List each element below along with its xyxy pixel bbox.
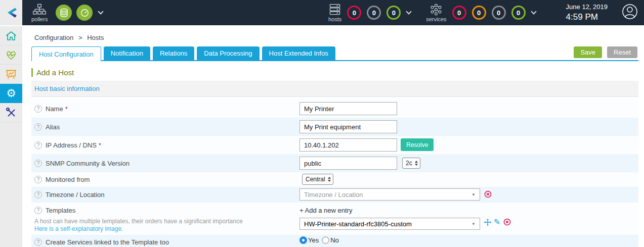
page-title-text: Add a Host: [36, 68, 74, 77]
monitored-from-label: Monitored from: [46, 176, 90, 183]
alias-input[interactable]: [299, 120, 397, 133]
tab-relations[interactable]: Relations: [153, 46, 194, 60]
row-ip-address: ? IP Address / DNS * Resolve: [31, 136, 638, 154]
tab-bar: Host Configuration Notification Relation…: [31, 46, 335, 61]
required-mark: *: [65, 105, 68, 113]
timezone-select[interactable]: Timezone / Location ▼: [299, 188, 480, 201]
monitored-from-value: Central: [306, 176, 325, 183]
sidebar: ⚙: [0, 26, 22, 247]
template-value: HW-Printer-standard-rfc3805-custom: [304, 220, 468, 228]
help-icon[interactable]: ?: [34, 176, 42, 183]
create-services-label: Create Services linked to the Template t…: [46, 238, 169, 246]
sidebar-item-administration[interactable]: [0, 103, 22, 122]
save-button[interactable]: Save: [574, 46, 602, 58]
resolve-button[interactable]: Resolve: [401, 138, 434, 151]
app-root: pollers: [0, 0, 644, 247]
row-monitored-from: ? Monitored from Central: [31, 172, 638, 187]
row-templates: ? Templates A host can have multiple tem…: [31, 203, 638, 235]
name-input[interactable]: [299, 102, 397, 115]
home-icon: [5, 30, 17, 42]
tab-notification[interactable]: Notification: [104, 46, 150, 60]
template-move-icon[interactable]: [484, 218, 492, 228]
services-warning-count[interactable]: 0: [472, 6, 486, 20]
sidebar-item-monitoring[interactable]: [0, 45, 22, 65]
ip-input[interactable]: [299, 138, 397, 152]
template-delete-icon[interactable]: [503, 218, 511, 228]
tools-icon: [5, 107, 17, 119]
help-icon[interactable]: ?: [34, 105, 42, 113]
required-mark: *: [99, 141, 101, 149]
snmp-version-select[interactable]: 2c: [402, 158, 420, 169]
create-services-yes-radio[interactable]: [299, 236, 307, 244]
tab-data-processing[interactable]: Data Processing: [197, 46, 259, 60]
snmp-label: SNMP Community & Version: [46, 160, 130, 167]
help-icon[interactable]: ?: [34, 191, 42, 199]
template-edit-pencil-icon[interactable]: ✎: [494, 217, 500, 227]
create-services-yes-label[interactable]: Yes: [308, 236, 319, 244]
sidebar-item-home[interactable]: [0, 26, 22, 45]
page-title: Add a Host: [31, 68, 74, 77]
centreon-logo-icon: [4, 6, 18, 20]
pollers-menu[interactable]: pollers: [31, 4, 48, 22]
timezone-clear-icon[interactable]: [484, 190, 492, 200]
row-alias: ? Alias: [31, 118, 638, 136]
template-select[interactable]: HW-Printer-standard-rfc3805-custom ▼: [299, 218, 480, 230]
services-ok-count[interactable]: 0: [511, 6, 526, 20]
sidebar-item-configuration[interactable]: ⚙: [0, 84, 22, 103]
database-icon: [59, 8, 69, 18]
help-icon[interactable]: ?: [34, 207, 42, 214]
services-menu[interactable]: services: [426, 4, 446, 22]
centreon-logo[interactable]: [0, 0, 22, 25]
select-spinner-icon: [328, 177, 331, 182]
hosts-unreachable-count[interactable]: 0: [367, 6, 381, 20]
hosts-menu[interactable]: hosts: [328, 4, 341, 22]
services-unknown-count[interactable]: 0: [492, 6, 506, 20]
name-label: Name: [46, 105, 63, 113]
pollers-icon: [33, 4, 46, 16]
reset-button[interactable]: Reset: [607, 46, 637, 58]
services-label: services: [426, 17, 446, 22]
user-avatar[interactable]: [622, 4, 638, 22]
templates-example-link[interactable]: Here is a self-explanatory image.: [34, 225, 299, 232]
database-status-button[interactable]: [56, 5, 72, 21]
templates-label: Templates: [46, 207, 75, 214]
presentation-chart-icon: [5, 68, 17, 80]
tab-underline: [31, 60, 638, 61]
breadcrumb-hosts[interactable]: Hosts: [87, 34, 104, 41]
poller-status-group: pollers: [31, 4, 103, 22]
help-icon[interactable]: ?: [34, 123, 42, 131]
hosts-chevron-down-icon[interactable]: [406, 9, 412, 14]
add-template-entry-link[interactable]: + Add a new entry: [299, 207, 352, 214]
services-icon: [430, 4, 443, 16]
clock: June 12, 2019 4:59 PM: [566, 3, 608, 22]
topbar: pollers: [0, 0, 644, 25]
services-chevron-down-icon[interactable]: [531, 9, 536, 14]
create-services-no-radio[interactable]: [322, 236, 329, 244]
current-time: 4:59 PM: [566, 12, 608, 22]
monitored-from-select[interactable]: Central: [302, 174, 333, 185]
hosts-label: hosts: [328, 17, 341, 22]
sidebar-item-reporting[interactable]: [0, 65, 22, 84]
timezone-label: Timezone / Location: [46, 191, 105, 199]
help-icon[interactable]: ?: [34, 238, 42, 246]
breadcrumb-separator: >: [78, 34, 82, 41]
breadcrumb-configuration[interactable]: Configuration: [34, 34, 73, 41]
pollers-label: pollers: [31, 17, 48, 22]
hosts-down-count[interactable]: 0: [347, 6, 361, 20]
select-spinner-icon: [415, 161, 418, 166]
tab-host-configuration[interactable]: Host Configuration: [31, 46, 101, 61]
user-icon: [622, 4, 638, 20]
help-icon[interactable]: ?: [34, 141, 42, 149]
host-form: ? Name * ? Alias: [31, 100, 638, 247]
pollers-chevron-down-icon[interactable]: [98, 9, 104, 14]
section-host-basic-information: Host basic information: [31, 81, 638, 97]
create-services-no-label[interactable]: No: [330, 236, 339, 244]
snmp-community-input[interactable]: [299, 157, 397, 170]
row-timezone: ? Timezone / Location Timezone / Locatio…: [31, 187, 638, 203]
tab-host-extended-infos[interactable]: Host Extended Infos: [262, 46, 335, 60]
services-critical-count[interactable]: 0: [452, 6, 466, 20]
help-icon[interactable]: ?: [34, 160, 42, 167]
latency-status-button[interactable]: [76, 5, 93, 21]
section-header-text: Host basic information: [34, 85, 100, 92]
hosts-up-count[interactable]: 0: [387, 6, 401, 20]
